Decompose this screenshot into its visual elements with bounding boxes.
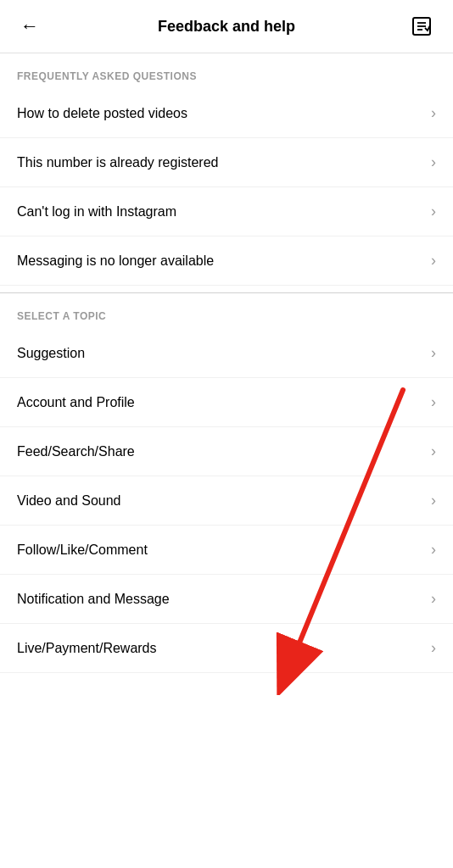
report-button[interactable] [407,12,436,41]
chevron-icon-topic-6: › [431,590,436,608]
header: ← Feedback and help [0,0,453,53]
chevron-icon-faq-3: › [431,203,436,220]
chevron-icon-faq-2: › [431,153,436,171]
faq-list: How to delete posted videos › This numbe… [0,89,453,286]
topic-item-follow[interactable]: Follow/Like/Comment › [0,526,453,575]
faq-item-2[interactable]: This number is already registered › [0,138,453,187]
topic-item-video[interactable]: Video and Sound › [0,476,453,526]
topic-item-notification[interactable]: Notification and Message › [0,575,453,624]
faq-item-2-text: This number is already registered [17,155,218,170]
topic-item-feed[interactable]: Feed/Search/Share › [0,427,453,476]
chevron-icon-topic-7: › [431,639,436,657]
chevron-icon-topic-2: › [431,393,436,411]
faq-item-3[interactable]: Can't log in with Instagram › [0,187,453,236]
faq-item-4-text: Messaging is no longer available [17,253,214,269]
topic-item-live[interactable]: Live/Payment/Rewards › [0,624,453,673]
topic-item-feed-text: Feed/Search/Share [17,444,135,459]
faq-section-label: FREQUENTLY ASKED QUESTIONS [0,53,453,89]
back-arrow-icon: ← [20,15,39,37]
page-wrapper: ← Feedback and help FREQUENTLY ASKED QUE… [0,0,453,868]
topic-item-notification-text: Notification and Message [17,592,170,607]
chevron-icon-faq-4: › [431,252,436,270]
topic-item-suggestion-text: Suggestion [17,346,85,361]
topic-item-account[interactable]: Account and Profile › [0,378,453,427]
faq-item-4[interactable]: Messaging is no longer available › [0,236,453,286]
topic-item-live-text: Live/Payment/Rewards [17,641,157,656]
chevron-icon-topic-1: › [431,344,436,362]
page-title: Feedback and help [158,18,295,36]
back-button[interactable]: ← [17,12,42,41]
topic-section-label: SELECT A TOPIC [0,293,453,329]
faq-item-1[interactable]: How to delete posted videos › [0,89,453,138]
topic-item-suggestion[interactable]: Suggestion › [0,329,453,378]
chevron-icon-faq-1: › [431,104,436,122]
chevron-icon-topic-5: › [431,541,436,559]
chevron-icon-topic-4: › [431,492,436,509]
report-icon [411,15,433,37]
chevron-icon-topic-3: › [431,442,436,460]
topic-item-follow-text: Follow/Like/Comment [17,542,148,558]
topic-item-video-text: Video and Sound [17,493,120,509]
topic-list: Suggestion › Account and Profile › Feed/… [0,329,453,673]
faq-item-1-text: How to delete posted videos [17,106,187,121]
topic-item-account-text: Account and Profile [17,395,135,410]
faq-item-3-text: Can't log in with Instagram [17,204,176,220]
